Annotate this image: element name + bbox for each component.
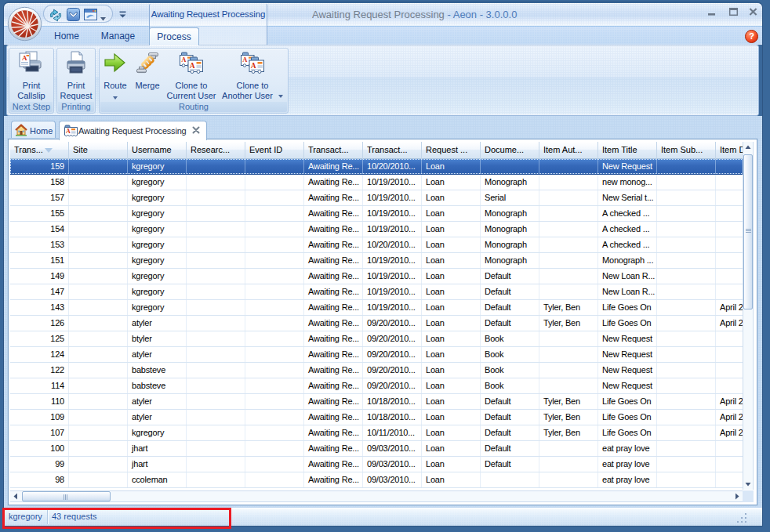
table-cell: Awaiting Re... [304, 410, 363, 425]
table-row[interactable]: 153kgregoryAwaiting Re...10/20/2010...Lo… [10, 237, 743, 253]
ribbon-group-label: Printing [58, 102, 94, 112]
table-cell [69, 331, 128, 346]
table-row[interactable]: 154kgregoryAwaiting Re...10/19/2010...Lo… [10, 222, 743, 237]
table-cell: Loan [422, 206, 481, 221]
column-header[interactable]: Item Title [598, 142, 657, 159]
table-cell [716, 284, 743, 299]
vertical-scrollbar[interactable] [743, 142, 754, 490]
table-cell: 107 [10, 425, 69, 440]
new-window-icon[interactable] [84, 9, 97, 22]
ribbon-tab-manage[interactable]: Manage [97, 28, 139, 45]
print-request-button[interactable]: Print Request [58, 49, 94, 100]
table-row[interactable]: 122babsteveAwaiting Re...09/20/2010...Lo… [10, 363, 743, 378]
column-header[interactable]: Trans... [10, 142, 69, 159]
minimize-button[interactable] [704, 7, 720, 20]
table-row[interactable]: 126atylerAwaiting Re...09/20/2010...Loan… [10, 316, 743, 331]
document-tab-awaiting-request-processing[interactable]: A Awaiting Request Processing [59, 121, 207, 140]
column-header[interactable]: Item Aut... [539, 142, 598, 159]
column-header[interactable]: Event ID [245, 142, 304, 159]
table-cell: Monograph [481, 175, 539, 190]
button-label: Route [100, 81, 130, 91]
column-header[interactable]: Transact... [304, 142, 363, 159]
table-cell [69, 363, 128, 378]
table-cell: Default [481, 394, 539, 409]
table-row[interactable]: 100jhartAwaiting Re...09/03/2010...LoanD… [10, 441, 743, 457]
scroll-up-icon[interactable] [743, 142, 754, 154]
vertical-scrollbar-thumb[interactable] [743, 154, 753, 309]
horizontal-scrollbar-thumb[interactable] [22, 491, 111, 501]
resize-grip-icon[interactable] [735, 512, 748, 526]
refresh-icon[interactable] [49, 9, 63, 24]
clone-to-another-user-button[interactable]: Clone to Another User [219, 49, 286, 100]
column-header[interactable]: Researc... [187, 142, 245, 159]
scroll-down-icon[interactable] [743, 478, 754, 490]
column-header[interactable]: Request ... [422, 142, 481, 159]
column-header[interactable]: Username [128, 142, 187, 159]
table-cell: Default [481, 284, 539, 299]
table-cell: kgregory [128, 237, 187, 252]
table-row[interactable]: 157kgregoryAwaiting Re...10/19/2010...Lo… [10, 190, 743, 206]
column-header[interactable]: Item Sub... [657, 142, 716, 159]
table-row[interactable]: 107kgregoryAwaiting Re...10/11/2010...Lo… [10, 425, 743, 441]
table-cell: Tyler, Ben [539, 425, 598, 440]
close-button[interactable] [745, 7, 761, 20]
table-row[interactable]: 147kgregoryAwaiting Re...10/19/2010...Lo… [10, 284, 743, 300]
horizontal-scrollbar[interactable] [10, 490, 743, 502]
table-row[interactable]: 159kgregoryAwaiting Re...10/20/2010...Lo… [10, 159, 743, 175]
table-cell: New Request [598, 347, 657, 362]
column-header[interactable]: Item D... [716, 142, 743, 159]
column-header[interactable]: Docume... [481, 142, 539, 159]
table-cell: Tyler, Ben [539, 410, 598, 425]
table-cell [69, 472, 128, 487]
table-row[interactable]: 158kgregoryAwaiting Re...10/19/2010...Lo… [10, 175, 743, 190]
route-button[interactable]: Route [100, 49, 130, 100]
table-row[interactable]: 114babsteveAwaiting Re...09/20/2010...Lo… [10, 378, 743, 394]
table-cell: Monograph [481, 253, 539, 268]
customize-qat-icon[interactable] [118, 10, 127, 20]
table-cell: 09/20/2010... [363, 331, 422, 346]
table-cell [657, 425, 716, 440]
retrieve-requests-icon[interactable] [67, 8, 80, 23]
print-callslip-button[interactable]: A Print Callslip [10, 49, 53, 100]
table-row[interactable]: 151kgregoryAwaiting Re...10/19/2010...Lo… [10, 253, 743, 269]
table-row[interactable]: 110atylerAwaiting Re...10/18/2010...Loan… [10, 394, 743, 410]
column-header[interactable]: Transact... [363, 142, 422, 159]
table-cell [69, 347, 128, 362]
table-row[interactable]: 124atylerAwaiting Re...09/20/2010...Loan… [10, 347, 743, 363]
table-row[interactable]: 109atylerAwaiting Re...10/18/2010...Loan… [10, 410, 743, 425]
table-cell [716, 269, 743, 284]
clone-another-dropdown-icon [278, 95, 283, 98]
table-cell [187, 237, 245, 252]
maximize-button[interactable] [725, 7, 741, 20]
table-cell [716, 347, 743, 362]
table-row[interactable]: 98ccolemanAwaiting Re...09/03/2010...Loa… [10, 472, 743, 488]
table-cell [69, 175, 128, 190]
table-cell [716, 206, 743, 221]
scroll-left-icon[interactable] [10, 490, 22, 502]
table-cell: Awaiting Re... [304, 284, 363, 299]
new-window-dropdown-icon[interactable] [100, 13, 106, 23]
table-cell: 125 [10, 331, 69, 346]
column-header[interactable]: Site [69, 142, 128, 159]
clone-to-current-user-button[interactable]: Clone to Current User [165, 49, 218, 100]
ribbon-tab-home[interactable]: Home [49, 28, 85, 45]
table-cell: Book [481, 363, 539, 378]
merge-button[interactable]: Merge [131, 49, 164, 100]
table-row[interactable]: 155kgregoryAwaiting Re...10/19/2010...Lo… [10, 206, 743, 222]
table-row[interactable]: 149kgregoryAwaiting Re...10/19/2010...Lo… [10, 269, 743, 284]
table-row[interactable]: 143kgregoryAwaiting Re...10/19/2010...Lo… [10, 300, 743, 316]
table-cell: Loan [422, 472, 481, 487]
document-tab-home[interactable]: Home [11, 121, 56, 139]
application-menu-button[interactable] [7, 6, 42, 43]
help-button[interactable]: ? [745, 30, 758, 43]
ribbon-tab-process[interactable]: Process [149, 27, 199, 45]
tab-close-icon[interactable] [192, 126, 202, 136]
table-cell [69, 190, 128, 205]
table-cell: babsteve [128, 363, 187, 378]
table-row[interactable]: 125btylerAwaiting Re...09/20/2010...Loan… [10, 331, 743, 347]
button-label: Another User [222, 91, 273, 100]
scroll-right-icon[interactable] [731, 490, 743, 502]
table-cell: Loan [422, 363, 481, 378]
table-row[interactable]: 99jhartAwaiting Re...09/03/2010...LoanDe… [10, 457, 743, 472]
table-cell: kgregory [128, 206, 187, 221]
